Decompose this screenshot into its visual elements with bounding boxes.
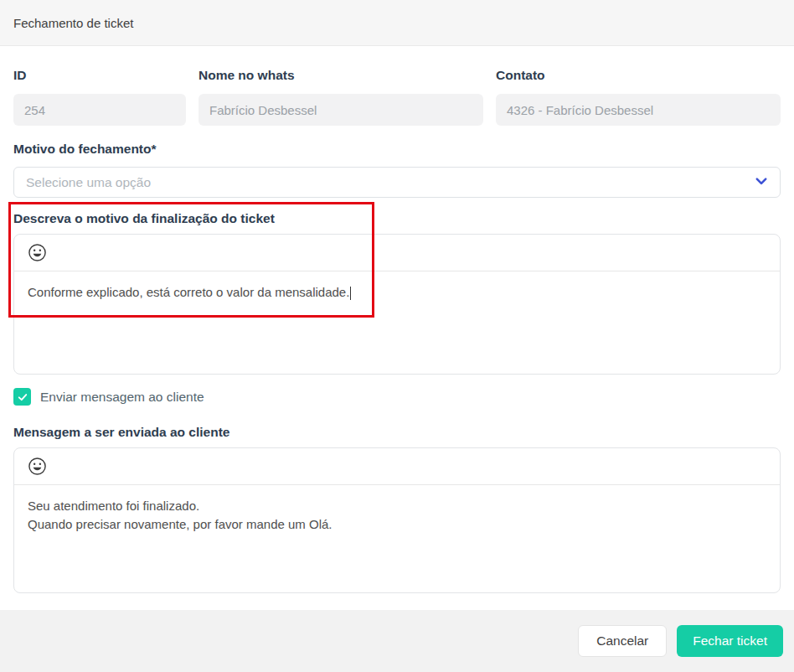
checkmark-icon <box>17 391 28 403</box>
close-ticket-button[interactable]: Fechar ticket <box>677 625 783 657</box>
close-reason-label: Motivo do fechamento* <box>13 141 781 157</box>
send-message-checkbox[interactable] <box>13 388 31 406</box>
whats-name-label: Nome no whats <box>198 67 483 83</box>
description-editor: Conforme explicado, está correto o valor… <box>13 234 781 375</box>
client-message-label: Mensagem a ser enviada ao cliente <box>13 424 781 440</box>
field-id: ID 254 <box>13 67 186 126</box>
cancel-button[interactable]: Cancelar <box>578 625 667 657</box>
description-editor-toolbar <box>14 235 780 271</box>
text-caret <box>350 287 351 300</box>
description-textarea[interactable]: Conforme explicado, está correto o valor… <box>14 271 780 374</box>
field-contact: Contato 4326 - Fabrício Desbessel <box>496 67 781 126</box>
modal-title: Fechamento de ticket <box>13 16 133 30</box>
client-message-line: Quando precisar novamente, por favor man… <box>28 515 766 534</box>
description-text: Conforme explicado, está correto o valor… <box>28 285 349 299</box>
modal-header: Fechamento de ticket <box>0 0 794 46</box>
close-reason-select[interactable]: Selecione uma opção <box>13 167 781 198</box>
ticket-info-row: ID 254 Nome no whats Fabrício Desbessel … <box>13 67 781 126</box>
emoji-smile-icon[interactable] <box>27 457 47 477</box>
modal-body: ID 254 Nome no whats Fabrício Desbessel … <box>0 67 794 593</box>
client-message-line: Seu atendimento foi finalizado. <box>28 497 766 515</box>
description-label: Descreva o motivo da finalização do tick… <box>13 210 781 226</box>
field-whats-name: Nome no whats Fabrício Desbessel <box>198 67 483 126</box>
client-message-editor: Seu atendimento foi finalizado. Quando p… <box>13 447 781 593</box>
id-input: 254 <box>13 94 186 126</box>
chevron-down-icon <box>755 174 768 191</box>
close-reason-placeholder: Selecione uma opção <box>26 175 151 190</box>
client-message-editor-toolbar <box>14 448 780 485</box>
emoji-smile-icon[interactable] <box>27 243 47 263</box>
id-label: ID <box>13 67 186 83</box>
send-message-label: Enviar mensagem ao cliente <box>40 390 204 405</box>
modal-footer: Cancelar Fechar ticket <box>0 610 794 672</box>
whats-name-input: Fabrício Desbessel <box>198 94 483 126</box>
contact-input: 4326 - Fabrício Desbessel <box>496 94 781 126</box>
send-message-row: Enviar mensagem ao cliente <box>13 388 781 406</box>
client-message-textarea[interactable]: Seu atendimento foi finalizado. Quando p… <box>14 485 780 592</box>
contact-label: Contato <box>496 67 781 83</box>
